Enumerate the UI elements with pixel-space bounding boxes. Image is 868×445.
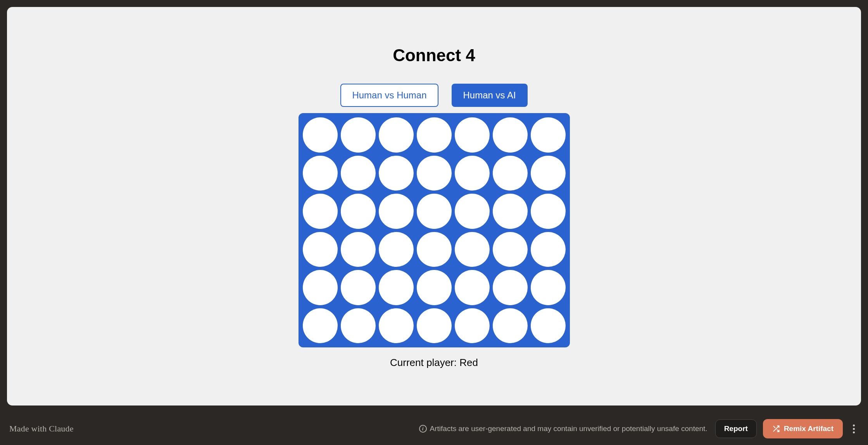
board-cell[interactable] — [531, 308, 566, 344]
mode-selector: Human vs Human Human vs AI — [340, 84, 527, 107]
disclaimer-text: Artifacts are user-generated and may con… — [430, 424, 708, 433]
board-cell[interactable] — [531, 156, 566, 191]
board-cell[interactable] — [531, 194, 566, 229]
mode-human-vs-human-button[interactable]: Human vs Human — [340, 84, 438, 107]
svg-line-2 — [773, 426, 775, 428]
board-cell[interactable] — [455, 232, 490, 267]
board-cell[interactable] — [493, 117, 528, 153]
board-cell[interactable] — [455, 308, 490, 344]
board-cell[interactable] — [455, 270, 490, 305]
board-cell[interactable] — [341, 232, 376, 267]
board-cell[interactable] — [531, 232, 566, 267]
info-icon: i — [419, 425, 427, 433]
board-cell[interactable] — [379, 270, 414, 305]
status-text: Current player: Red — [390, 357, 478, 369]
made-with-label[interactable]: Made with Claude — [9, 424, 74, 434]
more-menu-button[interactable] — [849, 421, 859, 436]
board-cell[interactable] — [303, 308, 338, 344]
game-board — [299, 113, 570, 347]
status-current-player: Red — [459, 357, 478, 368]
board-cell[interactable] — [379, 232, 414, 267]
remix-artifact-button[interactable]: Remix Artifact — [763, 419, 843, 438]
app-panel: Connect 4 Human vs Human Human vs AI Cur… — [7, 7, 861, 405]
board-cell[interactable] — [417, 270, 452, 305]
board-cell[interactable] — [303, 156, 338, 191]
board-cell[interactable] — [493, 232, 528, 267]
board-cell[interactable] — [417, 194, 452, 229]
board-cell[interactable] — [341, 156, 376, 191]
board-cell[interactable] — [455, 117, 490, 153]
board-cell[interactable] — [417, 117, 452, 153]
board-cell[interactable] — [341, 117, 376, 153]
board-cell[interactable] — [303, 194, 338, 229]
board-cell[interactable] — [303, 117, 338, 153]
board-cell[interactable] — [455, 194, 490, 229]
board-cell[interactable] — [341, 194, 376, 229]
game-title: Connect 4 — [393, 46, 475, 65]
board-cell[interactable] — [493, 156, 528, 191]
board-cell[interactable] — [341, 270, 376, 305]
disclaimer-row: i Artifacts are user-generated and may c… — [419, 424, 708, 433]
board-cell[interactable] — [303, 232, 338, 267]
board-cell[interactable] — [379, 308, 414, 344]
footer-bar: Made with Claude i Artifacts are user-ge… — [0, 412, 868, 445]
board-cell[interactable] — [417, 308, 452, 344]
board-cell[interactable] — [303, 270, 338, 305]
made-with-brand: Claude — [49, 424, 74, 433]
app-frame: Connect 4 Human vs Human Human vs AI Cur… — [0, 0, 868, 412]
board-cell[interactable] — [417, 156, 452, 191]
board-cell[interactable] — [531, 117, 566, 153]
board-cell[interactable] — [493, 270, 528, 305]
report-button[interactable]: Report — [715, 419, 757, 438]
board-cell[interactable] — [493, 308, 528, 344]
board-cell[interactable] — [531, 270, 566, 305]
board-cell[interactable] — [341, 308, 376, 344]
mode-human-vs-ai-button[interactable]: Human vs AI — [452, 84, 528, 107]
shuffle-icon — [772, 425, 780, 433]
status-prefix: Current player: — [390, 357, 459, 368]
board-cell[interactable] — [379, 117, 414, 153]
remix-label: Remix Artifact — [784, 424, 833, 433]
board-cell[interactable] — [379, 156, 414, 191]
made-with-prefix: Made with — [9, 424, 49, 433]
board-cell[interactable] — [455, 156, 490, 191]
board-cell[interactable] — [417, 232, 452, 267]
board-cell[interactable] — [493, 194, 528, 229]
board-cell[interactable] — [379, 194, 414, 229]
